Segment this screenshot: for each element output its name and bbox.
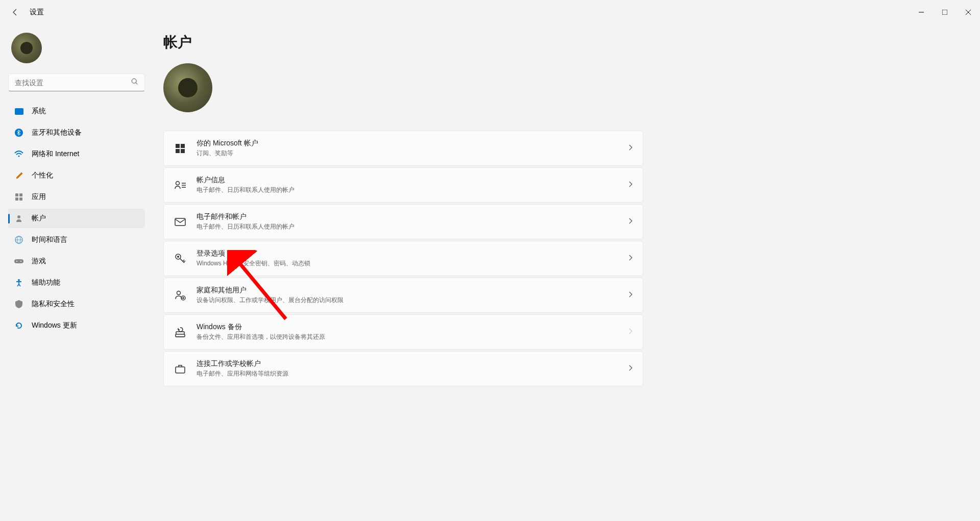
person-icon	[14, 214, 23, 223]
svg-rect-34	[176, 367, 185, 373]
close-button[interactable]	[957, 4, 980, 20]
setting-title: Windows 备份	[197, 322, 618, 332]
svg-rect-9	[15, 193, 18, 196]
setting-desc: 电子邮件、日历和联系人使用的帐户	[197, 222, 618, 231]
setting-desc: 设备访问权限、工作或学校用户、展台分配的访问权限	[197, 296, 618, 305]
setting-family-users[interactable]: 家庭和其他用户 设备访问权限、工作或学校用户、展台分配的访问权限	[163, 278, 643, 313]
setting-text: 登录选项 Windows Hello、安全密钥、密码、动态锁	[197, 249, 618, 268]
svg-line-5	[136, 83, 138, 85]
back-button[interactable]	[10, 7, 20, 17]
setting-title: 登录选项	[197, 249, 618, 258]
svg-point-27	[177, 256, 179, 258]
setting-windows-backup[interactable]: Windows 备份 备份文件、应用和首选项，以便跨设备将其还原	[163, 314, 643, 350]
shield-icon	[14, 300, 23, 309]
sidebar-item-label: Windows 更新	[32, 321, 77, 330]
minimize-button[interactable]	[910, 4, 933, 20]
search-box[interactable]	[8, 73, 145, 91]
search-input[interactable]	[15, 79, 131, 87]
sidebar-item-label: 隐私和安全性	[32, 300, 75, 309]
sidebar-item-time-language[interactable]: 时间和语言	[8, 230, 145, 250]
sidebar-item-label: 系统	[32, 107, 46, 116]
setting-microsoft-account[interactable]: 你的 Microsoft 帐户 订阅、奖励等	[163, 131, 643, 166]
system-icon	[14, 107, 23, 116]
svg-rect-10	[19, 193, 22, 196]
sidebar-item-label: 网络和 Internet	[32, 150, 79, 159]
apps-icon	[14, 192, 23, 202]
setting-title: 连接工作或学校帐户	[197, 359, 618, 368]
chevron-right-icon	[628, 328, 632, 336]
sidebar-avatar-section[interactable]	[8, 29, 145, 73]
svg-point-21	[176, 181, 180, 185]
svg-rect-6	[15, 108, 23, 115]
sidebar-item-privacy[interactable]: 隐私和安全性	[8, 294, 145, 314]
backup-icon	[174, 326, 186, 338]
setting-title: 你的 Microsoft 帐户	[197, 139, 618, 148]
svg-rect-25	[175, 218, 185, 226]
mail-icon	[174, 216, 186, 228]
sidebar-item-system[interactable]: 系统	[8, 102, 145, 121]
sidebar-item-apps[interactable]: 应用	[8, 187, 145, 207]
globe-icon	[14, 235, 23, 244]
sidebar-item-gaming[interactable]: 游戏	[8, 252, 145, 271]
setting-text: Windows 备份 备份文件、应用和首选项，以便跨设备将其还原	[197, 322, 618, 341]
sidebar-item-accessibility[interactable]: 辅助功能	[8, 273, 145, 292]
gamepad-icon	[14, 257, 23, 266]
setting-desc: 订阅、奖励等	[197, 149, 618, 158]
sidebar-item-label: 蓝牙和其他设备	[32, 128, 82, 137]
microsoft-icon	[174, 142, 186, 155]
svg-point-7	[15, 129, 23, 137]
setting-title: 家庭和其他用户	[197, 286, 618, 295]
svg-point-13	[17, 215, 20, 218]
titlebar-left: 设置	[10, 7, 44, 17]
app-title: 设置	[30, 8, 44, 17]
chevron-right-icon	[628, 218, 632, 226]
main-layout: 系统 蓝牙和其他设备 网络和 Internet 个性化	[0, 24, 980, 521]
svg-rect-11	[15, 197, 18, 201]
setting-text: 连接工作或学校帐户 电子邮件、应用和网络等组织资源	[197, 359, 618, 378]
setting-desc: 电子邮件、应用和网络等组织资源	[197, 369, 618, 378]
setting-desc: Windows Hello、安全密钥、密码、动态锁	[197, 259, 618, 268]
chevron-right-icon	[628, 255, 632, 262]
setting-signin-options[interactable]: 登录选项 Windows Hello、安全密钥、密码、动态锁	[163, 241, 643, 276]
user-avatar	[11, 33, 42, 63]
sidebar-item-network[interactable]: 网络和 Internet	[8, 144, 145, 164]
sidebar-item-bluetooth[interactable]: 蓝牙和其他设备	[8, 123, 145, 142]
svg-rect-33	[176, 334, 185, 337]
setting-title: 帐户信息	[197, 176, 618, 185]
profile-avatar[interactable]	[163, 63, 212, 112]
titlebar: 设置	[0, 0, 980, 24]
bluetooth-icon	[14, 128, 23, 137]
brush-icon	[14, 171, 23, 180]
wifi-icon	[14, 150, 23, 159]
sidebar-item-label: 应用	[32, 192, 46, 202]
key-icon	[174, 253, 186, 265]
sidebar-item-accounts[interactable]: 帐户	[8, 209, 145, 228]
svg-point-8	[18, 156, 20, 157]
settings-list: 你的 Microsoft 帐户 订阅、奖励等 帐户信息 电子邮件、日历和联系人使…	[163, 131, 643, 386]
maximize-button[interactable]	[933, 4, 957, 20]
setting-text: 电子邮件和帐户 电子邮件、日历和联系人使用的帐户	[197, 212, 618, 231]
setting-email-accounts[interactable]: 电子邮件和帐户 电子邮件、日历和联系人使用的帐户	[163, 204, 643, 239]
setting-desc: 备份文件、应用和首选项，以便跨设备将其还原	[197, 333, 618, 341]
setting-text: 帐户信息 电子邮件、日历和联系人使用的帐户	[197, 176, 618, 194]
setting-title: 电子邮件和帐户	[197, 212, 618, 221]
sidebar-item-personalization[interactable]: 个性化	[8, 166, 145, 185]
sidebar-item-label: 个性化	[32, 171, 53, 180]
chevron-right-icon	[628, 365, 632, 373]
setting-text: 家庭和其他用户 设备访问权限、工作或学校用户、展台分配的访问权限	[197, 286, 618, 305]
svg-rect-1	[942, 10, 947, 15]
sidebar-item-update[interactable]: Windows 更新	[8, 316, 145, 335]
update-icon	[14, 321, 23, 330]
svg-point-18	[16, 261, 17, 262]
setting-work-school[interactable]: 连接工作或学校帐户 电子邮件、应用和网络等组织资源	[163, 351, 643, 386]
sidebar: 系统 蓝牙和其他设备 网络和 Internet 个性化	[0, 24, 153, 521]
sidebar-item-label: 游戏	[32, 257, 46, 266]
window-controls	[910, 4, 980, 20]
family-icon	[174, 289, 186, 302]
sidebar-item-label: 帐户	[32, 214, 46, 223]
setting-desc: 电子邮件、日历和联系人使用的帐户	[197, 186, 618, 194]
setting-account-info[interactable]: 帐户信息 电子邮件、日历和联系人使用的帐户	[163, 167, 643, 203]
briefcase-icon	[174, 363, 186, 375]
content-area: 帐户 你的 Microsoft 帐户 订阅、奖励等	[153, 24, 664, 521]
accessibility-icon	[14, 278, 23, 287]
